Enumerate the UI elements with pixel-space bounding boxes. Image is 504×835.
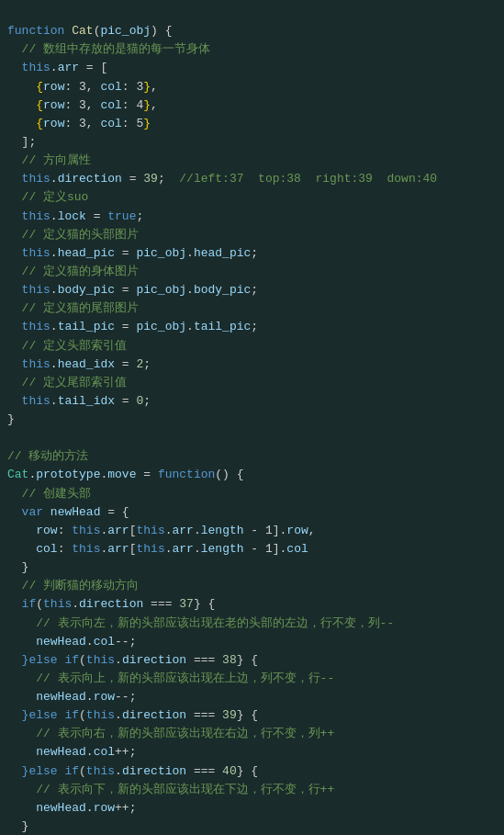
token-plain: . — [50, 283, 58, 297]
token-plain — [7, 80, 36, 94]
token-kw: function — [158, 468, 215, 481]
token-prop: arr — [173, 542, 194, 556]
token-plain: ; — [143, 394, 151, 408]
token-prop: head_pic — [194, 246, 251, 260]
token-cm: // 定义头部索引值 — [22, 339, 127, 353]
code-line: // 定义猫的尾部图片 — [0, 299, 504, 318]
code-line: this.tail_pic = pic_obj.tail_pic; — [0, 318, 504, 336]
token-prop: col — [100, 80, 121, 94]
code-line: newHead.row++; — [0, 799, 504, 818]
token-plain: - 1]. — [244, 542, 287, 556]
token-prop: arr — [107, 524, 129, 537]
code-line: // 方向属性 — [0, 152, 504, 170]
token-plain — [7, 153, 22, 167]
token-cm: // 表示向左，新的头部应该出现在老的头部的左边，行不变，列-- — [36, 616, 394, 630]
code-line: {row: 3, col: 4}, — [0, 96, 504, 115]
token-plain: . — [50, 394, 58, 408]
token-this-kw: this — [86, 653, 115, 667]
token-plain — [7, 597, 22, 611]
token-kw: function — [7, 24, 72, 38]
token-plain: . — [86, 801, 94, 815]
token-plain: --; — [115, 635, 136, 649]
code-line: row: this.arr[this.arr.length - 1].row, — [0, 522, 504, 540]
token-plain — [7, 801, 36, 815]
code-line: Cat.prototype.move = function() { — [0, 466, 504, 484]
token-prop: col — [100, 98, 121, 112]
token-prop: direction — [58, 172, 122, 186]
token-plain: . — [194, 524, 201, 537]
code-line — [0, 429, 504, 447]
token-bracket: } — [143, 117, 151, 130]
token-plain: . — [194, 542, 201, 556]
code-line: {row: 3, col: 3}, — [0, 78, 504, 96]
token-prop: newHead — [36, 801, 86, 815]
code-line: // 移动的方法 — [0, 447, 504, 466]
code-line: // 表示向下，新的头部应该出现在下边，行不变，行++ — [0, 781, 504, 799]
token-plain — [7, 246, 22, 260]
token-kw: }else if — [22, 653, 79, 667]
token-plain — [7, 671, 36, 685]
token-prop: direction — [122, 708, 186, 722]
code-line: } — [0, 559, 504, 577]
token-plain — [7, 653, 22, 667]
token-this-kw: this — [22, 394, 50, 408]
token-plain — [7, 228, 22, 242]
code-line: this.head_idx = 2; — [0, 355, 504, 374]
token-plain: = — [115, 246, 136, 260]
token-plain: : 3, — [64, 80, 100, 94]
token-prop: newHead — [36, 635, 86, 649]
token-cm: // 方向属性 — [22, 153, 91, 167]
token-this-kw: this — [72, 542, 100, 556]
token-plain — [7, 357, 22, 371]
token-prop: col — [36, 542, 57, 556]
token-plain: : 3, — [64, 98, 100, 112]
token-cm: // 定义猫的身体图片 — [22, 265, 139, 278]
token-plain: ; — [251, 320, 258, 333]
token-cm: // 定义猫的尾部图片 — [22, 301, 139, 315]
token-prop: newHead — [36, 690, 86, 704]
token-plain: ( — [79, 708, 86, 722]
token-num: 39 — [222, 708, 237, 722]
token-this-kw: this — [136, 542, 164, 556]
token-cm: // 创建头部 — [22, 487, 91, 501]
token-cm: // 表示向下，新的头部应该出现在下边，行不变，行++ — [36, 783, 334, 796]
token-prop: direction — [122, 653, 186, 667]
token-prop: pic_obj — [100, 24, 151, 38]
token-plain — [7, 690, 36, 704]
token-num: 39 — [143, 172, 158, 186]
token-plain: ++; — [115, 745, 136, 759]
token-plain — [7, 505, 22, 519]
token-plain: ( — [36, 597, 43, 611]
token-plain: ++; — [115, 801, 136, 815]
token-plain — [7, 265, 22, 278]
token-plain: === — [143, 597, 179, 611]
token-num: 37 — [179, 597, 194, 611]
token-prop: lock — [58, 209, 86, 223]
token-plain: : — [58, 542, 73, 556]
token-this-kw: this — [22, 357, 50, 371]
token-prop: row — [43, 117, 64, 130]
token-prop: col — [100, 117, 121, 130]
code-line: // 定义suo — [0, 188, 504, 207]
code-line: var newHead = { — [0, 503, 504, 522]
token-prop: row — [43, 80, 64, 94]
token-plain — [7, 61, 22, 74]
code-line: }else if(this.direction === 40} { — [0, 762, 504, 781]
token-bracket: { — [36, 80, 43, 94]
token-plain: : 3, — [64, 117, 100, 130]
code-line: // 创建头部 — [0, 485, 504, 503]
token-this-kw: this — [86, 708, 115, 722]
token-cm: // 定义猫的头部图片 — [22, 228, 139, 242]
token-plain: . — [50, 172, 58, 186]
token-plain: === — [186, 653, 222, 667]
token-cm: // 定义suo — [22, 190, 89, 204]
token-plain: , — [308, 524, 316, 537]
token-plain: ]; — [7, 135, 36, 149]
token-plain: : 4 — [122, 98, 143, 112]
token-plain: . — [50, 246, 58, 260]
code-line: this.head_pic = pic_obj.head_pic; — [0, 244, 504, 263]
token-plain: : 5 — [122, 117, 143, 130]
token-prop: col — [94, 635, 115, 649]
token-plain: = — [115, 283, 136, 297]
token-prop: row — [94, 801, 115, 815]
